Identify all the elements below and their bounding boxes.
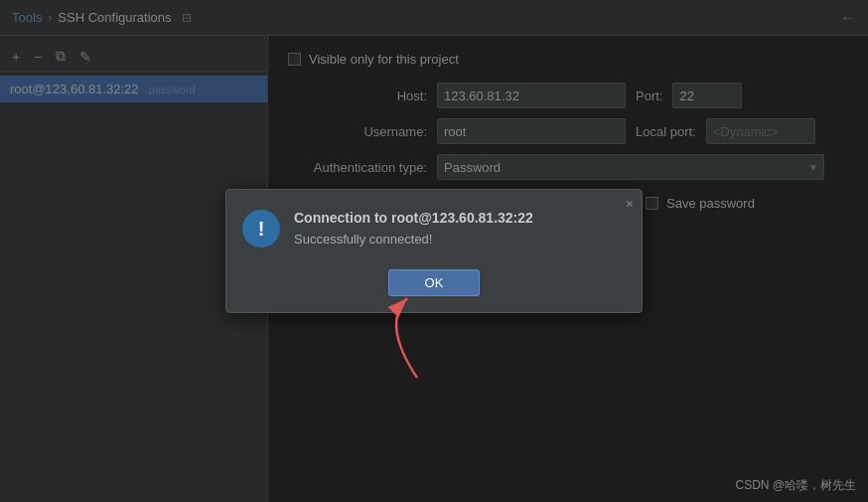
dialog-overlay: × ! Connection to root@123.60.81.32:22 S… — [0, 0, 868, 502]
info-icon: ! — [242, 210, 280, 248]
dialog-close-button[interactable]: × — [626, 196, 634, 212]
ok-button[interactable]: OK — [388, 269, 481, 296]
dialog-body: ! Connection to root@123.60.81.32:22 Suc… — [226, 190, 642, 261]
dialog-footer: OK — [226, 261, 642, 312]
dialog-message: Successfully connected! — [294, 232, 533, 247]
watermark: CSDN @哈喽，树先生 — [735, 477, 856, 494]
dialog-icon-label: ! — [258, 218, 265, 241]
dialog: × ! Connection to root@123.60.81.32:22 S… — [225, 189, 643, 313]
dialog-text: Connection to root@123.60.81.32:22 Succe… — [294, 210, 533, 247]
dialog-title: Connection to root@123.60.81.32:22 — [294, 210, 533, 226]
